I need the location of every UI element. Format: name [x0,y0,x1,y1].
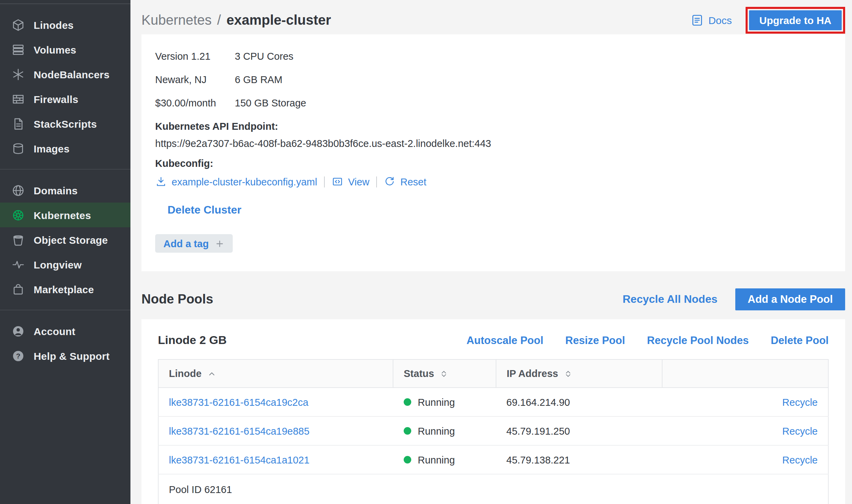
sidebar-item-images[interactable]: Images [0,136,130,161]
resize-pool-link[interactable]: Resize Pool [565,334,625,347]
sidebar-item-longview[interactable]: Longview [0,252,130,277]
sidebar-item-firewalls[interactable]: Firewalls [0,87,130,111]
sidebar-item-object-storage[interactable]: Object Storage [0,227,130,252]
cluster-storage: 150 GB Storage [235,95,831,112]
reset-icon [384,176,395,187]
breadcrumb-kubernetes-link[interactable]: Kubernetes [141,12,212,28]
column-label: IP Address [507,368,558,379]
firewalls-icon [12,92,25,105]
cluster-info-grid: Version 1.21 3 CPU Cores Newark, NJ 6 GB… [155,48,831,112]
column-header-status[interactable]: Status [393,359,496,388]
node-ip: 45.79.191.250 [496,416,662,445]
view-code-icon [332,176,343,187]
kubeconfig-download-link[interactable]: example-cluster-kubeconfig.yaml [155,176,317,187]
node-ip: 69.164.214.90 [496,388,662,416]
stackscripts-icon [12,117,25,130]
domains-icon [12,184,25,197]
node-link[interactable]: lke38731-62161-6154ca19e885 [169,425,310,436]
delete-cluster-button[interactable]: Delete Cluster [168,204,241,216]
sidebar-item-label: Account [34,325,75,337]
annotation-highlight-box: Upgrade to HA [746,7,845,33]
cluster-region: Newark, NJ [155,71,235,89]
recycle-pool-nodes-link[interactable]: Recycle Pool Nodes [647,334,749,347]
sidebar-item-label: Linodes [34,19,73,31]
column-label: Linode [169,368,202,379]
recycle-node-link[interactable]: Recycle [782,454,818,465]
sidebar-item-domains[interactable]: Domains [0,178,130,203]
download-icon [155,176,167,187]
docs-icon [691,13,704,26]
status-text: Running [418,425,455,436]
table-row: lke38731-62161-6154ca19c2ca Running 69.1… [158,388,828,416]
table-row: lke38731-62161-6154ca19e885 Running 45.7… [158,416,828,445]
images-icon [12,142,25,155]
node-link[interactable]: lke38731-62161-6154ca19c2ca [169,397,308,408]
api-endpoint-url: https://9e2a7307-b6ac-408f-ba62-9483b0b3… [155,138,831,149]
status-text: Running [418,397,455,408]
cluster-price: $30.00/month [155,95,235,112]
sidebar-item-label: Volumes [34,44,76,55]
sidebar-item-linodes[interactable]: Linodes [0,12,130,37]
pool-nodes-table: Linode Status IP Addre [158,359,829,504]
sidebar-item-label: Object Storage [34,234,108,245]
linodes-icon [12,18,25,31]
kubeconfig-reset-link[interactable]: Reset [384,176,426,187]
sidebar-item-label: Domains [34,184,78,196]
sidebar: Linodes Volumes NodeBalancers Firewalls … [0,0,130,504]
kubeconfig-filename: example-cluster-kubeconfig.yaml [172,176,317,187]
kubeconfig-view-link[interactable]: View [332,176,369,187]
sidebar-item-label: Firewalls [34,93,78,105]
sidebar-item-account[interactable]: Account [0,319,130,343]
cluster-version: Version 1.21 [155,48,235,65]
add-tag-label: Add a tag [163,238,209,249]
column-header-linode[interactable]: Linode [158,359,393,388]
sidebar-item-stackscripts[interactable]: StackScripts [0,111,130,136]
breadcrumb-current-cluster: example-cluster [227,12,331,28]
account-icon [12,324,25,337]
node-link[interactable]: lke38731-62161-6154ca1a1021 [169,454,310,465]
nodebalancers-icon [12,68,25,81]
autoscale-pool-link[interactable]: Autoscale Pool [467,334,543,347]
page-header: Kubernetes / example-cluster Docs Upgrad… [141,5,845,34]
sidebar-item-kubernetes[interactable]: Kubernetes [0,203,130,227]
help-icon: ? [12,349,25,362]
kubeconfig-row: example-cluster-kubeconfig.yaml View Res… [155,176,831,187]
view-label: View [348,176,369,187]
sidebar-item-nodebalancers[interactable]: NodeBalancers [0,62,130,87]
sidebar-item-label: StackScripts [34,118,97,129]
app-window: Linodes Volumes NodeBalancers Firewalls … [0,0,852,504]
svg-text:?: ? [16,352,21,359]
sidebar-item-marketplace[interactable]: Marketplace [0,277,130,301]
main-content: Kubernetes / example-cluster Docs Upgrad… [130,0,852,504]
sidebar-divider [0,169,130,170]
divider [324,176,325,187]
recycle-all-nodes-link[interactable]: Recycle All Nodes [623,293,717,306]
node-pools-title: Node Pools [141,292,213,307]
sidebar-item-label: Images [34,142,70,154]
recycle-node-link[interactable]: Recycle [782,397,818,408]
status-running-dot [403,456,411,463]
add-node-pool-button[interactable]: Add a Node Pool [735,288,845,310]
column-header-ip-address[interactable]: IP Address [496,359,662,388]
sidebar-item-help-support[interactable]: ? Help & Support [0,343,130,368]
divider [376,176,377,187]
sidebar-divider [0,310,130,310]
status-running-dot [403,427,411,435]
sidebar-top-divider [0,3,130,4]
table-header-row: Linode Status IP Addre [158,359,828,388]
upgrade-to-ha-button[interactable]: Upgrade to HA [749,10,842,30]
recycle-node-link[interactable]: Recycle [782,425,818,436]
table-footer-row: Pool ID 62161 [158,474,828,504]
object-storage-icon [12,233,25,246]
sidebar-item-volumes[interactable]: Volumes [0,37,130,62]
delete-pool-link[interactable]: Delete Pool [771,334,829,347]
kubeconfig-label: Kubeconfig: [155,158,831,169]
table-row: lke38731-62161-6154ca1a1021 Running 45.7… [158,445,828,474]
docs-link[interactable]: Docs [691,13,732,26]
sort-asc-icon [207,369,216,378]
add-tag-button[interactable]: Add a tag [155,234,233,253]
sidebar-item-label: Kubernetes [34,209,91,221]
node-pool-card: Linode 2 GB Autoscale Pool Resize Pool R… [141,319,845,504]
sidebar-item-label: NodeBalancers [34,68,110,80]
volumes-icon [12,43,25,56]
